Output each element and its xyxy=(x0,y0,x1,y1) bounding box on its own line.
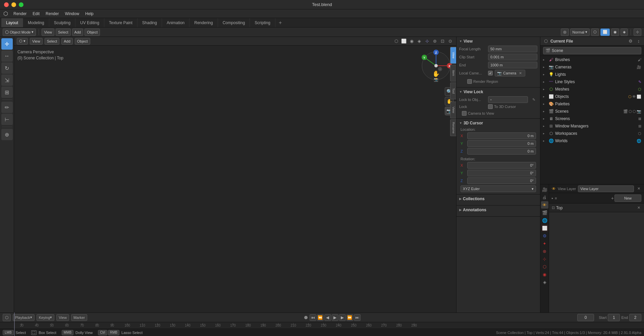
jump-to-start-btn[interactable]: ⏮ xyxy=(310,314,316,321)
close-top-view[interactable]: ✕ xyxy=(636,205,641,211)
tab-compositing[interactable]: Compositing xyxy=(218,18,250,27)
view-menu[interactable]: View xyxy=(42,29,54,36)
keying-menu[interactable]: Keying ▾ xyxy=(37,314,55,321)
props-constraints-icon[interactable]: ⊹ xyxy=(541,255,548,263)
outliner-item-workspaces[interactable]: ▸ ⬡ Workspaces ⬡ xyxy=(540,130,644,137)
vp-shade-solid[interactable]: ⬜ xyxy=(400,38,407,45)
outliner-item-scenes[interactable]: ▸ 🎬 Scenes 🎬 ⬡ ⬡ 📷 xyxy=(540,108,644,115)
menu-window[interactable]: Window xyxy=(62,11,82,17)
select-menu[interactable]: Select xyxy=(56,29,71,36)
outliner-item-meshes[interactable]: ▸ ⬡ Meshes ⬡ xyxy=(540,86,644,93)
prev-keyframe-btn[interactable]: ⏪ xyxy=(317,314,324,321)
props-render-icon[interactable]: 🎥 xyxy=(541,186,548,193)
props-particles-icon[interactable]: ✦ xyxy=(541,240,548,247)
annotate-tool[interactable]: ✏ xyxy=(1,102,13,113)
viewport-shading-mat[interactable]: ◉ xyxy=(611,29,619,36)
outliner-item-objects[interactable]: ▸ ⬜ Objects ⬡ 👁 ⬜ xyxy=(540,93,644,100)
lock-cursor-checkbox[interactable] xyxy=(488,104,493,109)
measure-tool[interactable]: ⊢ xyxy=(1,114,13,125)
marker-menu[interactable]: Marker xyxy=(71,314,87,321)
cursor-section-header[interactable]: 3D Cursor xyxy=(459,121,537,125)
move-tool[interactable]: ↔ xyxy=(1,50,13,62)
close-button[interactable] xyxy=(4,2,9,7)
outliner-item-palettes[interactable]: ▸ 🎨 Palettes xyxy=(540,100,644,108)
playback-menu[interactable]: Playback ▾ xyxy=(13,314,35,321)
outliner-item-line-styles[interactable]: ▸ 〰 Line Styles ✎ xyxy=(540,78,644,86)
outliner-item-worlds[interactable]: ▸ 🌐 Worlds 🌐 xyxy=(540,137,644,145)
new-layer-button[interactable]: New xyxy=(614,194,641,202)
jump-back-btn[interactable]: ◀ xyxy=(324,314,331,321)
jump-to-end-btn[interactable]: ⏭ xyxy=(354,314,361,321)
outliner-editor-type[interactable]: ⬡ xyxy=(542,38,549,45)
props-scene-icon[interactable]: 🎬 xyxy=(541,209,548,216)
viewport-add-menu[interactable]: Add xyxy=(61,38,73,45)
pivot-btn[interactable]: ◎ xyxy=(561,29,569,36)
props-modifier-icon[interactable]: ⚙ xyxy=(541,232,548,239)
viewport-shading-solid[interactable]: ⬜ xyxy=(600,29,610,36)
local-camera-checkbox[interactable] xyxy=(488,71,493,75)
props-object-icon[interactable]: ⬜ xyxy=(541,224,548,232)
tab-animation[interactable]: Animation xyxy=(162,18,190,27)
outliner-item-window-managers[interactable]: ▸ ⊞ Window Managers ⊞ xyxy=(540,122,644,130)
props-view-layer-icon[interactable]: 👁 xyxy=(541,201,548,209)
blender-logo[interactable]: ⬡ xyxy=(1,10,10,17)
props-data-icon[interactable]: ⬡ xyxy=(541,263,548,270)
outliner-filter-btn[interactable]: ⚙ xyxy=(627,38,634,45)
gizmo-btn[interactable]: ⊹ xyxy=(634,29,641,36)
vp-shade-mat[interactable]: ◉ xyxy=(408,38,415,45)
close-properties[interactable]: ✕ xyxy=(636,186,641,191)
outliner-sort-btn[interactable]: ↕ xyxy=(635,38,642,45)
view-menu[interactable]: View xyxy=(56,314,69,321)
cursor-y-value[interactable]: 0 m xyxy=(467,140,536,147)
cursor-rx-value[interactable]: 0° xyxy=(467,162,536,169)
add-object-tool[interactable]: ⊕ xyxy=(1,129,13,140)
tab-uv-editing[interactable]: UV Editing xyxy=(75,18,104,27)
n-tab-view2[interactable]: View xyxy=(450,102,456,118)
tab-scripting[interactable]: Scripting xyxy=(250,18,275,27)
tab-shading[interactable]: Shading xyxy=(138,18,162,27)
lock-edit-btn[interactable]: ✎ xyxy=(530,96,537,103)
menu-help[interactable]: Help xyxy=(83,11,96,17)
n-tab-item[interactable]: Item xyxy=(450,65,456,81)
rotate-tool[interactable]: ↻ xyxy=(1,62,13,74)
clip-end-value[interactable]: 1000 m xyxy=(488,62,537,68)
timeline-editor-type[interactable]: ⬡ xyxy=(3,314,11,321)
view-lock-header[interactable]: View Lock xyxy=(459,90,537,94)
lasso-select-status[interactable]: Lasso Select xyxy=(121,331,143,335)
nav-gizmo[interactable]: X Y Z ✋ 📸 xyxy=(419,49,453,82)
props-world-icon[interactable]: 🌐 xyxy=(541,217,548,224)
n-tab-rename[interactable]: Rename xyxy=(450,119,456,136)
menu-edit[interactable]: Edit xyxy=(30,11,42,17)
props-output-icon[interactable]: 🖨 xyxy=(541,193,548,201)
current-frame-input[interactable]: 0 xyxy=(577,314,594,321)
maximize-button[interactable] xyxy=(19,2,23,7)
clip-start-value[interactable]: 0.001 m xyxy=(488,54,537,60)
minimize-button[interactable] xyxy=(11,2,16,7)
props-shading-icon[interactable]: ◈ xyxy=(541,278,548,286)
outliner-item-brushes[interactable]: ▸ 🖌 Brushes 🖌 xyxy=(540,56,644,63)
select-status[interactable]: Select xyxy=(16,331,26,335)
tab-texture-paint[interactable]: Texture Paint xyxy=(104,18,138,27)
n-tab-view[interactable]: View xyxy=(450,47,456,64)
view-layer-name[interactable]: View Layer xyxy=(578,185,634,192)
tab-modeling[interactable]: Modeling xyxy=(23,18,49,27)
tab-layout[interactable]: Layout xyxy=(1,18,23,27)
vp-proportional-btn[interactable]: ⊙ xyxy=(447,38,453,45)
props-material-icon[interactable]: ◉ xyxy=(541,271,548,278)
mode-selector[interactable]: ⬡ Object Mode ▾ xyxy=(3,29,36,36)
box-select-status[interactable]: Box Select xyxy=(39,331,56,335)
play-btn[interactable]: ▶ xyxy=(332,314,338,321)
rotation-mode-dropdown[interactable]: XYZ Euler ▾ xyxy=(461,185,536,192)
vp-shade-render[interactable]: ◈ xyxy=(416,38,423,45)
viewport-shading-render[interactable]: ◈ xyxy=(621,29,628,36)
viewport-shading-wire[interactable]: ⬡ xyxy=(591,29,599,36)
local-camera-value[interactable]: 📷 Camera ✕ xyxy=(495,70,525,76)
camera-to-view-checkbox[interactable] xyxy=(462,111,467,116)
shading-selector[interactable]: Normal ▾ xyxy=(570,29,590,36)
scene-value[interactable]: 🎬 Scene xyxy=(543,47,641,54)
render-region-checkbox[interactable] xyxy=(467,79,472,84)
annotations-header[interactable]: Annotations xyxy=(459,208,537,212)
vp-shade-wire[interactable]: ⬡ xyxy=(393,38,399,45)
start-frame-input[interactable]: 1 xyxy=(608,314,620,321)
scale-tool[interactable]: ⇲ xyxy=(1,74,13,86)
